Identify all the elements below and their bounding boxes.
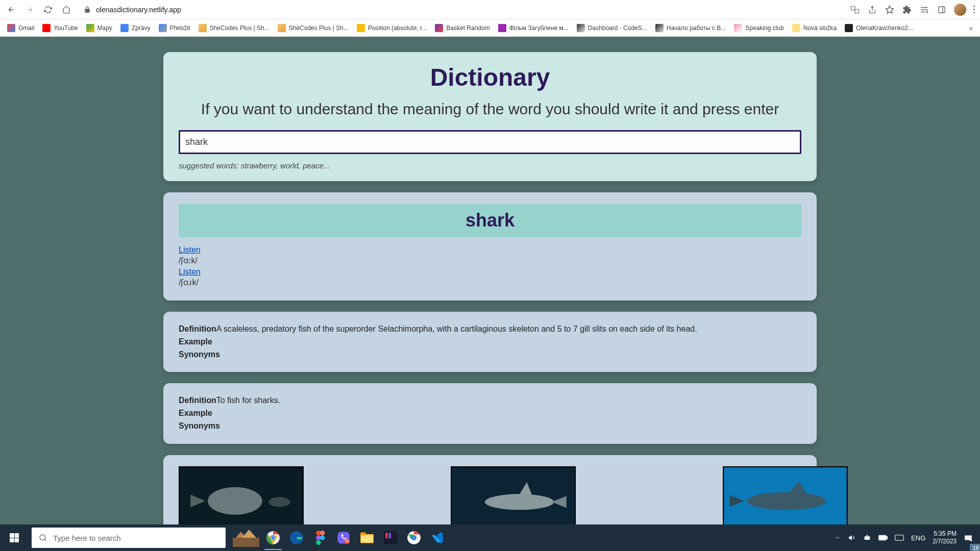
svg-point-13	[485, 494, 554, 510]
bookmark-item[interactable]: YouTube	[42, 24, 78, 32]
system-tray: ENG 5:35 PM 2/7/2023 18	[835, 530, 980, 545]
page-viewport[interactable]: Dictionary If you want to understand the…	[0, 37, 980, 524]
tray-battery-icon[interactable]	[878, 535, 888, 541]
bookmark-item[interactable]: Přeložit	[159, 24, 190, 32]
result-image[interactable]	[179, 466, 304, 524]
taskbar-vscode[interactable]	[427, 527, 448, 548]
taskbar-figma[interactable]	[309, 527, 331, 548]
chrome-menu-icon[interactable]	[973, 6, 975, 13]
bookmark-favicon	[734, 24, 742, 32]
bookmark-item[interactable]: Фільм Загублене м...	[498, 24, 569, 32]
bookmark-favicon	[498, 24, 506, 32]
start-button[interactable]	[0, 524, 29, 551]
bookmark-label: Dashboard - CodeS...	[588, 24, 647, 32]
bookmarks-overflow-icon[interactable]: »	[969, 24, 973, 32]
search-input[interactable]	[179, 130, 801, 154]
tray-notifications-icon[interactable]: 18	[964, 533, 973, 542]
svg-rect-52	[895, 535, 904, 541]
svg-point-34	[320, 535, 325, 540]
listen-link[interactable]: Listen	[179, 245, 201, 254]
taskbar-search[interactable]: Type here to search	[32, 528, 226, 548]
bookmark-item[interactable]: SheCodes Plus | Sh...	[278, 24, 349, 32]
word-header: shark	[179, 204, 801, 237]
svg-point-20	[40, 535, 45, 540]
bookmark-item[interactable]: Gmail	[7, 24, 34, 32]
bookmark-label: Přeložit	[170, 24, 190, 32]
svg-rect-1	[855, 9, 859, 13]
sidepanel-icon[interactable]	[937, 5, 947, 15]
result-card: shark Listen/ʃɑːk/Listen/ʃɑɹk/	[163, 192, 817, 300]
svg-rect-44	[389, 533, 391, 538]
bookmark-item[interactable]: Basket Random	[435, 24, 489, 32]
svg-rect-22	[233, 538, 259, 547]
bookmark-item[interactable]: Nová složka	[792, 24, 837, 32]
bookmark-label: SheCodes Plus | Sh...	[289, 24, 349, 32]
tray-volume-icon[interactable]	[848, 534, 856, 542]
bookmark-favicon	[42, 24, 51, 32]
pronunciation-text: /ʃɑːk/	[179, 256, 801, 265]
bookmark-item[interactable]: Position (absolute, r...	[357, 24, 427, 32]
taskbar-explorer[interactable]	[356, 527, 378, 548]
svg-rect-0	[851, 6, 855, 10]
result-image[interactable]	[451, 466, 576, 524]
bookmark-item[interactable]: Начало работы с B...	[655, 24, 726, 32]
bookmark-label: Фільм Загублене м...	[509, 24, 569, 32]
bookmarks-bar: GmailYouTubeMapyZprávyPřeložitSheCodes P…	[0, 19, 980, 37]
definition-text: To fish for sharks.	[216, 396, 280, 405]
share-icon[interactable]	[867, 5, 877, 15]
bookmark-item[interactable]: OlenaKravchenko2...	[845, 24, 913, 32]
reload-button[interactable]	[42, 4, 54, 16]
taskbar-intellij[interactable]	[380, 527, 401, 548]
tray-language[interactable]: ENG	[911, 534, 925, 542]
back-button[interactable]	[5, 4, 17, 16]
page-subtitle: If you want to understand the meaning of…	[179, 101, 801, 118]
svg-point-32	[320, 531, 325, 535]
svg-rect-51	[879, 536, 885, 539]
svg-rect-6	[939, 7, 945, 13]
svg-rect-41	[361, 535, 373, 542]
bookmark-favicon	[199, 24, 207, 32]
reading-list-icon[interactable]	[919, 5, 929, 15]
bookmark-star-icon[interactable]	[885, 5, 895, 15]
images-card	[163, 455, 817, 524]
forward-button[interactable]	[23, 4, 36, 16]
bookmark-favicon	[159, 24, 167, 32]
pronunciation-text: /ʃɑɹk/	[179, 278, 801, 287]
bookmark-item[interactable]: Zprávy	[120, 24, 151, 32]
bookmark-label: Position (absolute, r...	[368, 24, 427, 32]
definition-row: DefinitionTo fish for sharks.	[179, 394, 801, 407]
bookmark-item[interactable]: Speaking club	[734, 24, 783, 32]
taskbar-chrome-canary[interactable]	[403, 527, 425, 548]
bookmark-label: Speaking club	[745, 24, 783, 32]
taskbar-chrome[interactable]	[262, 527, 284, 548]
definition-row: DefinitionA scaleless, predatory fish of…	[179, 323, 801, 336]
bookmark-item[interactable]: Mapy	[86, 24, 112, 32]
bookmark-item[interactable]: Dashboard - CodeS...	[577, 24, 647, 32]
svg-marker-2	[886, 6, 894, 13]
translate-icon[interactable]	[850, 5, 860, 15]
taskbar-viber[interactable]: 45	[333, 527, 354, 548]
synonyms-label: Synonyms	[179, 421, 220, 430]
home-button[interactable]	[60, 4, 72, 16]
bookmark-item[interactable]: SheCodes Plus | Sh...	[199, 24, 270, 32]
tray-keyboard-icon[interactable]	[895, 534, 904, 541]
synonyms-row: Synonyms	[179, 348, 801, 361]
weather-widget[interactable]	[232, 528, 260, 548]
bookmark-favicon	[86, 24, 94, 32]
windows-taskbar: Type here to search 45	[0, 524, 980, 551]
tray-network-icon[interactable]	[863, 534, 871, 542]
word-title: shark	[185, 210, 795, 231]
tray-clock[interactable]: 5:35 PM 2/7/2023	[933, 530, 957, 545]
synonyms-row: Synonyms	[179, 420, 801, 433]
extensions-icon[interactable]	[902, 5, 912, 15]
address-bar[interactable]: olenasdictionary.netlify.app	[79, 6, 844, 14]
profile-avatar[interactable]	[954, 4, 966, 16]
bookmark-favicon	[435, 24, 443, 32]
listen-link[interactable]: Listen	[179, 267, 201, 276]
bookmark-favicon	[278, 24, 286, 32]
bookmark-label: Nová složka	[803, 24, 837, 32]
svg-text:45: 45	[345, 539, 349, 543]
tray-chevron-up-icon[interactable]	[835, 535, 841, 541]
result-image[interactable]	[723, 466, 848, 524]
taskbar-edge[interactable]	[286, 527, 307, 548]
